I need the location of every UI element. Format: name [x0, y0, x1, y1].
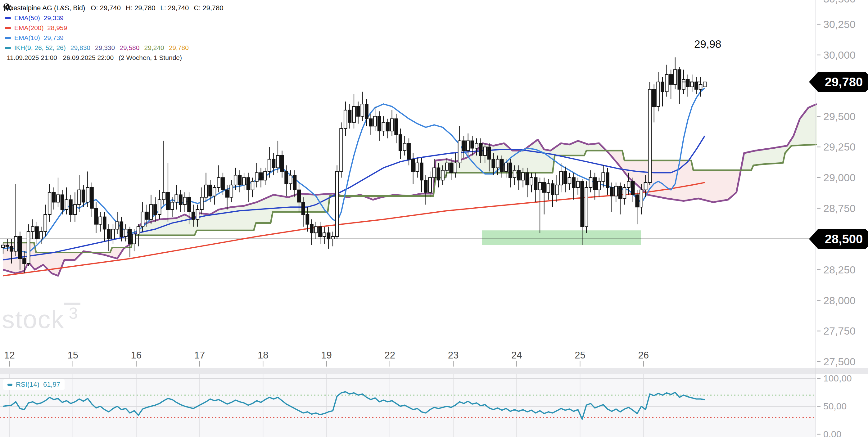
high-value: H: 29,780 [126, 4, 155, 12]
svg-text:22: 22 [385, 350, 395, 361]
stock3-logo-three: 3 [69, 304, 78, 322]
svg-text:19: 19 [321, 350, 332, 361]
svg-text:18: 18 [258, 350, 268, 361]
ema10-label: EMA(10) [14, 34, 40, 41]
svg-text:25: 25 [575, 350, 585, 361]
svg-text:29,000: 29,000 [823, 171, 856, 183]
ohlc-values: O: 29,740H: 29,780L: 29,740C: 29,780 [91, 3, 228, 13]
senkou-a-value: 29,580 [120, 43, 140, 53]
instrument-name: voestalpine AG (L&S, Bid) [6, 3, 85, 13]
svg-text:24: 24 [511, 350, 522, 361]
chart-legend: voestalpine AG (L&S, Bid) O: 29,740H: 29… [3, 3, 228, 63]
svg-text:17: 17 [194, 350, 205, 361]
svg-text:15: 15 [67, 350, 78, 361]
svg-text:29,780: 29,780 [825, 75, 863, 89]
svg-text:50,00: 50,00 [823, 401, 846, 411]
stock3-watermark: stock3 [2, 305, 78, 334]
instrument-row[interactable]: voestalpine AG (L&S, Bid) O: 29,740H: 29… [3, 3, 228, 13]
svg-text:0,00: 0,00 [823, 429, 841, 437]
svg-text:27,750: 27,750 [823, 325, 856, 337]
ema50-value: 29,339 [44, 14, 64, 22]
svg-text:26: 26 [638, 350, 649, 361]
timeframe-label: (2 Wochen, 1 Stunde) [119, 53, 182, 63]
date-range-row: 11.09.2025 21:00 - 26.09.2025 22:00 (2 W… [3, 53, 228, 63]
ikh-label: IKH(9, 26, 52, 26) [14, 43, 66, 53]
rsi-swatch-icon [7, 384, 12, 386]
legend-ema200[interactable]: EMA(200) 28,959 [3, 23, 228, 33]
svg-text:29,250: 29,250 [823, 141, 856, 153]
legend-ema50[interactable]: EMA(50) 29,339 [3, 13, 228, 23]
ema10-swatch-icon [5, 37, 11, 39]
svg-text:30,500: 30,500 [823, 0, 856, 5]
svg-text:12: 12 [4, 350, 14, 361]
ema50-swatch-icon [5, 17, 11, 19]
legend-ema10[interactable]: EMA(10) 29,739 [3, 33, 228, 43]
price-annotation[interactable]: 29,98 [694, 38, 721, 50]
kijun-value: 29,330 [95, 43, 115, 53]
svg-text:30,250: 30,250 [823, 18, 856, 30]
svg-text:28,750: 28,750 [823, 202, 856, 214]
svg-text:30,000: 30,000 [823, 49, 856, 61]
svg-text:16: 16 [131, 350, 142, 361]
chikou-value: 29,780 [169, 43, 189, 53]
price-chart-canvas[interactable]: 121516171819222324252630,50030,25030,000… [0, 0, 868, 437]
legend-ikh[interactable]: IKH(9, 26, 52, 26) 29,830 29,330 29,580 … [3, 43, 228, 53]
svg-text:28,000: 28,000 [823, 294, 856, 306]
senkou-b-value: 29,240 [144, 43, 164, 53]
low-value: L: 29,740 [160, 4, 189, 12]
ema200-swatch-icon [5, 27, 11, 29]
svg-text:28,500: 28,500 [825, 232, 863, 246]
tenkan-value: 29,830 [70, 43, 90, 53]
ema10-value: 29,739 [44, 34, 64, 41]
support-zone-box [482, 230, 641, 245]
svg-text:28,250: 28,250 [823, 264, 856, 276]
ema200-label: EMA(200) [14, 24, 44, 31]
ema200-value: 28,959 [47, 24, 67, 31]
rsi-label: RSI(14) [16, 380, 39, 388]
open-value: O: 29,740 [91, 4, 121, 12]
svg-text:27,500: 27,500 [823, 356, 856, 368]
svg-text:23: 23 [448, 350, 459, 361]
rsi-legend[interactable]: RSI(14) 61,97 [3, 379, 65, 390]
date-range: 11.09.2025 21:00 - 26.09.2025 22:00 [7, 53, 114, 63]
rsi-value: 61,97 [43, 380, 60, 388]
svg-text:29,500: 29,500 [823, 111, 856, 122]
chart-window: 121516171819222324252630,50030,25030,000… [0, 0, 868, 437]
ikh-swatch-icon [5, 47, 11, 49]
close-value: C: 29,780 [194, 4, 223, 12]
ema50-label: EMA(50) [14, 14, 40, 22]
svg-text:100,00: 100,00 [823, 373, 852, 383]
